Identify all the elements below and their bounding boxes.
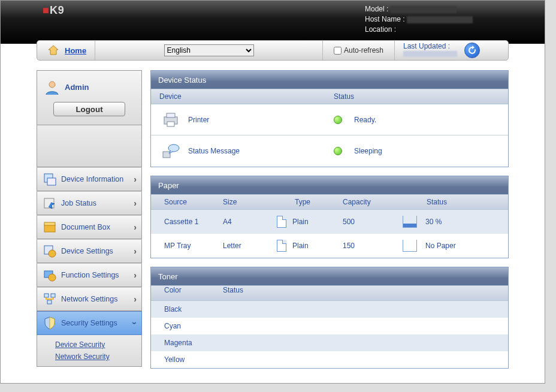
sidebar-item-job-status[interactable]: Job Status ›: [37, 191, 142, 215]
paper-panel: Paper Source Size Type Capacity Status C…: [150, 176, 509, 258]
device-row-printer: Printer Ready.: [151, 104, 508, 135]
col-source: Source: [151, 198, 223, 206]
toner-color: Magenta: [151, 339, 223, 347]
home-icon: [46, 43, 61, 58]
svg-rect-16: [167, 122, 174, 126]
page-icon: [277, 240, 286, 252]
paper-type: Plain: [292, 218, 309, 226]
svg-point-8: [49, 250, 56, 257]
paper-type: Plain: [292, 242, 309, 250]
refresh-button[interactable]: [464, 43, 480, 58]
svg-point-10: [49, 274, 56, 281]
panel-header: Device Status: [151, 71, 508, 89]
user-icon: [44, 79, 60, 95]
sidebar-item-network-settings[interactable]: Network Settings ›: [37, 287, 142, 311]
subnav-network-security[interactable]: Network Security: [55, 351, 141, 363]
svg-marker-0: [49, 46, 58, 55]
sidebar: Admin Logout Device Information › Job St…: [37, 70, 142, 369]
toner-color: Cyan: [151, 322, 223, 330]
toner-row: Cyan: [151, 318, 508, 334]
chevron-right-icon: ›: [134, 294, 137, 304]
sidebar-item-label: Job Status: [61, 199, 96, 207]
chevron-right-icon: ›: [134, 174, 137, 184]
language-select[interactable]: English: [164, 44, 254, 56]
sidebar-item-document-box[interactable]: Document Box ›: [37, 215, 142, 239]
chevron-down-icon: ›: [131, 322, 140, 325]
paper-source: Cassette 1: [151, 218, 223, 226]
svg-rect-17: [163, 152, 170, 158]
last-updated-label: Last Updated :: [403, 42, 457, 50]
svg-rect-12: [51, 294, 55, 297]
toner-panel: Toner Color Status Black Cyan Magenta Ye…: [150, 267, 509, 369]
col-type: Type: [277, 198, 343, 206]
sidebar-item-security-settings[interactable]: Security Settings ›: [37, 311, 142, 335]
col-size: Size: [223, 198, 277, 206]
device-row-status-message: Status Message Sleeping: [151, 135, 508, 167]
auto-refresh-checkbox[interactable]: [334, 47, 342, 55]
col-status: Status: [334, 92, 354, 101]
chevron-right-icon: ›: [134, 198, 137, 208]
document-box-icon: [42, 219, 58, 235]
svg-rect-3: [47, 178, 56, 185]
panel-header: Paper: [151, 176, 508, 194]
page-icon: [277, 216, 286, 228]
svg-rect-5: [44, 225, 55, 232]
logout-button[interactable]: Logout: [53, 102, 125, 116]
paper-source: MP Tray: [151, 242, 223, 250]
col-status: Status: [223, 286, 508, 300]
device-status-text: Ready.: [354, 116, 376, 124]
paper-capacity: 150: [343, 242, 403, 250]
device-info-icon: [42, 171, 58, 187]
subnav-device-security[interactable]: Device Security: [55, 339, 141, 351]
tray-icon: [403, 216, 417, 228]
user-card: Admin Logout: [37, 70, 142, 125]
sidebar-item-label: Security Settings: [61, 319, 117, 327]
device-settings-icon: [42, 243, 58, 259]
sidebar-item-label: Function Settings: [61, 271, 119, 279]
sidebar-item-function-settings[interactable]: Function Settings ›: [37, 263, 142, 287]
toner-row: Black: [151, 301, 508, 318]
security-subnav: Device Security Network Security: [37, 335, 142, 367]
toner-color: Yellow: [151, 355, 223, 364]
status-led-icon: [334, 116, 342, 124]
app-header: ■K9 Model : Host Name : Location :: [1, 1, 545, 44]
chevron-right-icon: ›: [134, 222, 137, 232]
paper-size: Letter: [223, 242, 277, 250]
col-color: Color: [151, 286, 223, 300]
paper-size: A4: [223, 218, 277, 226]
auto-refresh-label: Auto-refresh: [344, 46, 383, 55]
paper-row: Cassette 1 A4 Plain 500 30 %: [151, 210, 508, 234]
svg-rect-11: [44, 294, 49, 297]
top-toolbar: Home English Auto-refresh Last Updated :: [37, 40, 509, 61]
toner-color: Black: [151, 305, 223, 313]
svg-rect-6: [44, 222, 55, 225]
user-name: Admin: [65, 83, 89, 92]
sidebar-item-device-settings[interactable]: Device Settings ›: [37, 239, 142, 263]
device-name: Printer: [188, 116, 209, 124]
job-status-icon: [42, 195, 58, 211]
home-link[interactable]: Home: [65, 46, 86, 55]
main-content: Device Status Device Status Printer Read…: [150, 70, 509, 369]
function-settings-icon: [42, 267, 58, 283]
shield-icon: [42, 315, 58, 331]
svg-rect-15: [167, 113, 175, 117]
svg-point-1: [49, 82, 55, 88]
panel-header: Toner: [151, 267, 508, 285]
message-icon: [162, 143, 180, 159]
toner-row: Yellow: [151, 351, 508, 368]
svg-point-18: [168, 144, 179, 152]
col-status: Status: [403, 198, 498, 206]
sidebar-item-label: Device Information: [61, 175, 123, 183]
sidebar-item-label: Document Box: [61, 223, 110, 231]
device-name: Status Message: [188, 147, 240, 155]
brand-logo: ■K9: [43, 4, 65, 16]
toner-row: Magenta: [151, 334, 508, 351]
paper-row: MP Tray Letter Plain 150 No Paper: [151, 234, 508, 258]
tray-empty-icon: [403, 240, 417, 252]
col-capacity: Capacity: [343, 198, 403, 206]
network-settings-icon: [42, 291, 58, 307]
sidebar-item-device-information[interactable]: Device Information ›: [37, 167, 142, 191]
device-status-panel: Device Status Device Status Printer Read…: [150, 70, 509, 167]
device-meta: Model : Host Name : Location :: [365, 4, 473, 35]
chevron-right-icon: ›: [134, 246, 137, 256]
